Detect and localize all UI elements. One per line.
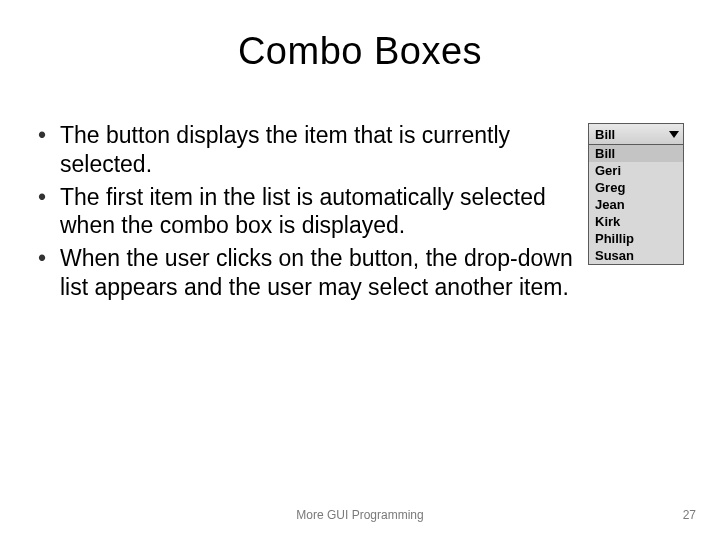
- combo-button[interactable]: Bill: [588, 123, 684, 145]
- bullet-list: The button displays the item that is cur…: [36, 121, 574, 306]
- slide-title: Combo Boxes: [36, 30, 684, 73]
- combo-box: Bill Bill Geri Greg Jean Kirk Phillip Su…: [588, 121, 684, 265]
- combo-option[interactable]: Kirk: [589, 213, 683, 230]
- bullet-item: The first item in the list is automatica…: [36, 183, 574, 241]
- combo-option[interactable]: Bill: [589, 145, 683, 162]
- combo-dropdown: Bill Geri Greg Jean Kirk Phillip Susan: [588, 145, 684, 265]
- combo-option[interactable]: Jean: [589, 196, 683, 213]
- content-area: The button displays the item that is cur…: [36, 121, 684, 306]
- page-number: 27: [683, 508, 696, 522]
- footer-text: More GUI Programming: [0, 508, 720, 522]
- combo-option[interactable]: Phillip: [589, 230, 683, 247]
- combo-option[interactable]: Susan: [589, 247, 683, 264]
- combo-selected-label: Bill: [595, 127, 615, 142]
- bullet-item: When the user clicks on the button, the …: [36, 244, 574, 302]
- combo-option[interactable]: Greg: [589, 179, 683, 196]
- chevron-down-icon: [669, 131, 679, 138]
- slide: Combo Boxes The button displays the item…: [0, 0, 720, 540]
- bullet-item: The button displays the item that is cur…: [36, 121, 574, 179]
- combo-option[interactable]: Geri: [589, 162, 683, 179]
